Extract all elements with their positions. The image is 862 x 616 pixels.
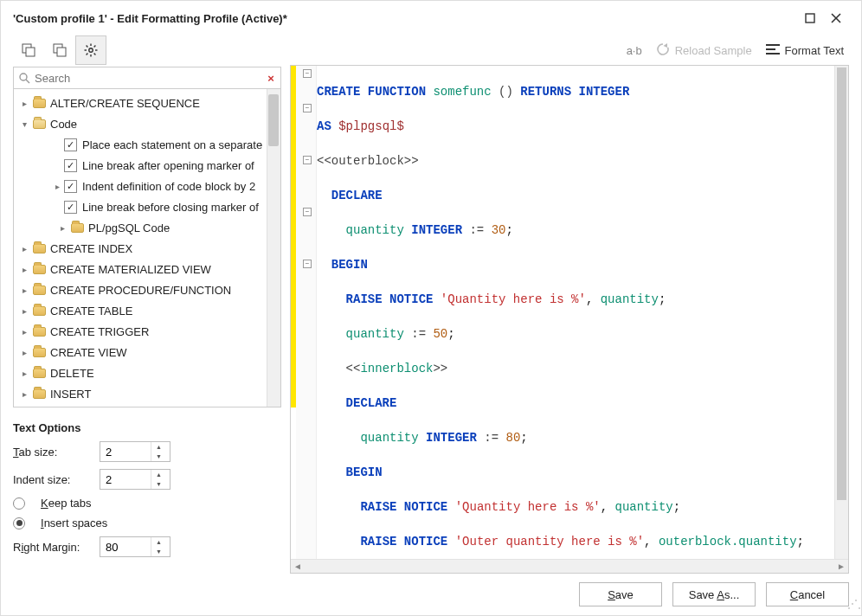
svg-line-17 — [26, 80, 29, 83]
clear-search-button[interactable]: × — [261, 72, 280, 85]
svg-rect-4 — [26, 48, 35, 56]
tree-item[interactable]: ▸CREATE MATERIALIZED VIEW — [14, 259, 280, 279]
save-as-button[interactable]: Save As... — [672, 582, 756, 606]
tree-item-label: ALTER/CREATE SEQUENCE — [50, 97, 200, 110]
right-pane: a·b Reload Sample Format Text — [290, 35, 849, 574]
fold-toggle[interactable]: − — [303, 260, 312, 268]
editor-vertical-scrollbar[interactable] — [834, 66, 848, 559]
tree-scrollbar[interactable] — [267, 89, 280, 407]
tree-item-label: Line break before closing marker of — [82, 201, 259, 214]
spinner-up-icon[interactable]: ▲ — [151, 470, 166, 479]
whitespace-toggle[interactable]: a·b — [627, 44, 642, 57]
tree-item[interactable]: ▸ALTER/CREATE SEQUENCE — [14, 93, 280, 113]
collapse-all-button[interactable] — [44, 35, 75, 65]
editor-vscroll-thumb[interactable] — [837, 67, 846, 500]
svg-line-15 — [87, 54, 88, 55]
tree-scrollbar-thumb[interactable] — [268, 94, 279, 146]
tree-subitem[interactable]: ✓Line break after opening marker of — [14, 155, 280, 176]
expander-icon[interactable]: ▸ — [17, 283, 31, 297]
tree-item-label: Indent definition of code block by 2 — [82, 180, 255, 193]
format-text-label: Format Text — [785, 44, 844, 57]
expand-all-button[interactable] — [13, 35, 44, 65]
hscroll-left-icon[interactable]: ◄ — [291, 561, 305, 571]
window-title: 'Custom profile 1' - Edit Formatting Pro… — [13, 12, 287, 25]
tree-item[interactable]: ▸CREATE TRIGGER — [14, 321, 280, 342]
expander-icon[interactable]: ▸ — [17, 345, 31, 359]
tree-item[interactable]: ▸CREATE PROCEDURE/FUNCTION — [14, 279, 280, 300]
keep-tabs-radio[interactable] — [13, 497, 25, 510]
reload-sample-label: Reload Sample — [675, 44, 752, 57]
spinner-up-icon[interactable]: ▲ — [151, 442, 166, 452]
right-margin-input[interactable] — [100, 541, 151, 554]
format-text-button[interactable]: Format Text — [766, 43, 844, 58]
tree-item-label: PL/pgSQL Code — [88, 221, 170, 234]
svg-point-7 — [89, 48, 93, 52]
search-field[interactable]: × — [13, 67, 281, 89]
tree-item[interactable]: ▸CREATE TABLE — [14, 300, 280, 321]
insert-spaces-radio[interactable] — [13, 517, 25, 529]
tab-size-spinner[interactable]: ▲▼ — [100, 441, 170, 462]
tree-subitem[interactable]: ✓Place each statement on a separate — [14, 134, 280, 155]
tree-item[interactable]: ▸DELETE — [14, 363, 280, 383]
spinner-up-icon[interactable]: ▲ — [151, 537, 166, 547]
checkbox[interactable]: ✓ — [64, 180, 77, 193]
close-button[interactable] — [823, 5, 849, 31]
expander-icon[interactable]: ▾ — [17, 117, 31, 131]
right-margin-label: Right Margin: — [13, 541, 91, 554]
tree-subitem[interactable]: ▸PL/pgSQL Code — [14, 217, 280, 238]
tree-item[interactable]: ▸CREATE INDEX — [14, 238, 280, 259]
resize-grip-icon[interactable]: ⋰⋰ — [847, 601, 859, 613]
tab-size-label: Tab size: — [13, 446, 91, 459]
hscroll-right-icon[interactable]: ► — [834, 561, 848, 571]
fold-toggle[interactable]: − — [303, 69, 312, 78]
tree-item[interactable]: ▸SELECT — [14, 404, 280, 407]
expander-icon[interactable]: ▸ — [17, 324, 31, 338]
fold-toggle[interactable]: − — [303, 208, 312, 216]
code-area[interactable]: CREATE FUNCTION somefunc () RETURNS INTE… — [317, 66, 834, 559]
expander-icon[interactable]: ▸ — [17, 366, 31, 380]
spinner-down-icon[interactable]: ▼ — [151, 547, 166, 556]
expander-icon[interactable]: ▸ — [17, 96, 31, 110]
fold-toggle[interactable]: − — [303, 156, 312, 164]
tree-item[interactable]: ▸INSERT — [14, 383, 280, 404]
checkbox[interactable]: ✓ — [64, 138, 77, 151]
tree-item-label: Line break after opening marker of — [82, 159, 254, 172]
maximize-button[interactable] — [797, 5, 823, 31]
fold-toggle[interactable]: − — [303, 104, 312, 112]
expander-icon[interactable] — [50, 200, 64, 214]
tree-item[interactable]: ▾Code — [14, 113, 280, 134]
tree-item[interactable]: ▸CREATE VIEW — [14, 342, 280, 363]
checkbox[interactable]: ✓ — [64, 201, 77, 214]
settings-tab[interactable] — [75, 35, 106, 65]
expander-icon[interactable]: ▸ — [17, 262, 31, 276]
right-margin-spinner[interactable]: ▲▼ — [100, 536, 170, 557]
search-input[interactable] — [35, 72, 261, 85]
expander-icon[interactable] — [50, 138, 64, 151]
tree-item-label: CREATE TABLE — [50, 305, 132, 318]
spinner-down-icon[interactable]: ▼ — [151, 452, 166, 461]
expander-icon[interactable]: ▸ — [50, 179, 64, 193]
reload-sample-button[interactable]: Reload Sample — [656, 42, 752, 59]
cancel-button[interactable]: Cancel — [766, 582, 849, 606]
expander-icon[interactable]: ▸ — [17, 241, 31, 255]
tree-subitem[interactable]: ▸✓Indent definition of code block by 2 — [14, 176, 280, 196]
tree-subitem[interactable]: ✓Line break before closing marker of — [14, 196, 280, 217]
expander-icon[interactable]: ▸ — [17, 304, 31, 318]
tree-item-label: DELETE — [50, 367, 94, 380]
editor-horizontal-scrollbar[interactable]: ◄ ► — [291, 559, 848, 573]
expander-icon[interactable] — [50, 158, 64, 172]
reload-icon — [656, 42, 670, 59]
checkbox[interactable]: ✓ — [64, 159, 77, 172]
tree-item-label: CREATE VIEW — [50, 346, 127, 359]
save-button[interactable]: Save — [579, 582, 662, 606]
svg-point-16 — [20, 74, 27, 80]
svg-rect-0 — [806, 14, 814, 22]
indent-size-input[interactable] — [100, 473, 151, 486]
code-editor[interactable]: − − − − − CREATE FUNCTION somefunc () RE… — [290, 65, 849, 574]
expander-icon[interactable]: ▸ — [55, 221, 69, 234]
tree-item-label: CREATE TRIGGER — [50, 325, 149, 338]
indent-size-spinner[interactable]: ▲▼ — [100, 469, 170, 490]
spinner-down-icon[interactable]: ▼ — [151, 479, 166, 489]
expander-icon[interactable]: ▸ — [17, 387, 31, 401]
tab-size-input[interactable] — [100, 446, 151, 459]
